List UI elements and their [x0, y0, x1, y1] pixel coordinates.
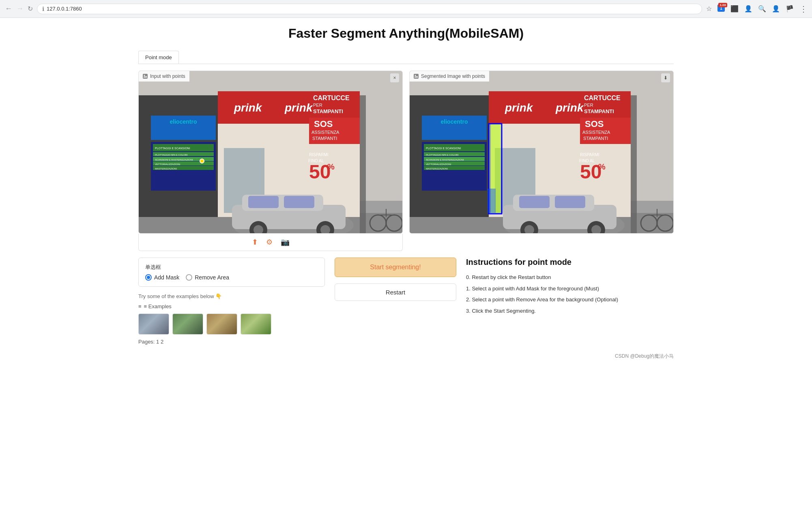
- instructions-panel: Instructions for point mode 0. Restart b…: [466, 258, 674, 318]
- example-thumb-3[interactable]: [206, 314, 237, 335]
- svg-text:SCANSIONI E RASTERIZZAZIONI: SCANSIONI E RASTERIZZAZIONI: [155, 159, 193, 161]
- svg-rect-2: [143, 74, 148, 79]
- svg-text:prink: prink: [284, 101, 313, 114]
- example-thumb-2[interactable]: [172, 314, 203, 335]
- segmented-image-panel: Segmented Image with points ⬇ eliocentro…: [409, 71, 674, 234]
- instructions-title: Instructions for point mode: [466, 258, 674, 267]
- svg-text:PER: PER: [584, 103, 593, 107]
- svg-rect-94: [555, 196, 585, 208]
- profile-icon[interactable]: 👤: [744, 5, 752, 13]
- settings-icon[interactable]: ⚙: [266, 238, 273, 247]
- svg-text:MASTERIZZAZIONI: MASTERIZZAZIONI: [426, 168, 448, 170]
- image-toolbar: ⬆ ⚙ 📷: [138, 234, 403, 251]
- instruction-1: 1. Select a point with Add Mask for the …: [466, 285, 674, 293]
- remove-area-option[interactable]: Remove Area: [186, 274, 229, 281]
- svg-text:MASTERIZZAZIONI: MASTERIZZAZIONI: [155, 168, 177, 170]
- input-image-panel: Input with points × eliocentro: [138, 71, 403, 234]
- svg-rect-51: [414, 74, 419, 79]
- svg-point-3: [144, 75, 145, 76]
- browser-toolbar: ☆ 1 1.00 ⬛ 👤 🔍 👤 🏴 ⋮: [706, 4, 807, 14]
- svg-text:RISPARMI: RISPARMI: [580, 152, 599, 157]
- examples-section: Try some of the examples below 👇 ≡ ≡ Exa…: [138, 293, 325, 345]
- svg-text:prink: prink: [555, 101, 584, 114]
- segmented-image: eliocentro PLOTTAGGI E SCANSIONI PLOTTAG…: [410, 71, 673, 233]
- menu-icon[interactable]: ⋮: [799, 4, 807, 14]
- tabs-bar: Point mode: [138, 51, 674, 64]
- svg-text:CARTUCCE: CARTUCCE: [313, 94, 350, 101]
- segment-buttons-panel: Start segmenting! Restart: [335, 258, 456, 301]
- info-icon: ℹ: [42, 6, 44, 12]
- input-panel-label: Input with points: [139, 71, 189, 82]
- footer-credit: CSDN @Debug的魔法小马: [138, 353, 674, 360]
- image-panels-row: Input with points × eliocentro: [138, 71, 674, 234]
- street-scene-svg: eliocentro PLOTTAGGI E SCANSIONI PLOTTAG…: [139, 71, 402, 233]
- example-thumb-4[interactable]: [241, 314, 271, 335]
- svg-text:eliocentro: eliocentro: [441, 118, 468, 125]
- svg-text:%: %: [327, 162, 335, 171]
- page-content: Faster Segment Anything(MobileSAM) Point…: [122, 18, 690, 376]
- svg-text:CARTUCCE: CARTUCCE: [584, 94, 621, 101]
- svg-rect-89: [489, 124, 491, 213]
- svg-text:PLOTTAGGIO B/N E COLORI: PLOTTAGGIO B/N E COLORI: [426, 154, 459, 156]
- thumb-image-4: [241, 314, 271, 334]
- examples-toggle[interactable]: ≡ ≡ Examples: [138, 303, 325, 309]
- camera-icon[interactable]: 📷: [281, 238, 290, 247]
- svg-text:SOS: SOS: [314, 119, 333, 129]
- image-icon: [143, 74, 148, 79]
- radio-options: Add Mask Remove Area: [145, 274, 318, 281]
- svg-text:PLOTTAGGI E SCANSIONI: PLOTTAGGI E SCANSIONI: [426, 147, 461, 150]
- input-image[interactable]: eliocentro PLOTTAGGI E SCANSIONI PLOTTAG…: [139, 71, 402, 233]
- segmented-scene-svg: eliocentro PLOTTAGGI E SCANSIONI PLOTTAG…: [410, 71, 673, 233]
- svg-rect-40: [248, 196, 279, 208]
- examples-try-label: Try some of the examples below 👇: [138, 293, 325, 299]
- start-segmenting-button[interactable]: Start segmenting!: [335, 258, 456, 277]
- svg-text:ASSISTENZA: ASSISTENZA: [311, 130, 339, 135]
- svg-text:PER: PER: [313, 103, 322, 107]
- example-thumb-1[interactable]: [138, 314, 169, 335]
- svg-text:%: %: [598, 162, 606, 171]
- extensions-icon[interactable]: ⬛: [730, 5, 739, 13]
- instruction-3: 3. Click the Start Segmenting.: [466, 307, 674, 315]
- radio-group-container: 单选框 Add Mask Remove Area: [138, 258, 325, 287]
- svg-text:prink: prink: [505, 101, 533, 114]
- remove-area-radio[interactable]: [186, 274, 192, 281]
- svg-text:PLOTTAGGI E SCANSIONI: PLOTTAGGI E SCANSIONI: [155, 147, 190, 150]
- page-title: Faster Segment Anything(MobileSAM): [138, 26, 674, 41]
- avatar-icon[interactable]: 👤: [772, 5, 780, 13]
- svg-text:STAMPANTI: STAMPANTI: [312, 136, 337, 141]
- extension-icon[interactable]: 1 1.00: [717, 4, 725, 13]
- add-mask-option[interactable]: Add Mask: [145, 274, 179, 281]
- add-mask-radio[interactable]: [145, 274, 152, 281]
- history-forward-icon[interactable]: →: [16, 4, 24, 13]
- svg-rect-93: [519, 196, 550, 208]
- segmented-image-icon: [414, 74, 419, 79]
- svg-rect-50: [360, 95, 366, 233]
- svg-text:eliocentro: eliocentro: [170, 118, 197, 125]
- controls-panel: 单选框 Add Mask Remove Area Try some of the…: [138, 258, 325, 345]
- svg-text:VETTORIALIZZAZIONI: VETTORIALIZZAZIONI: [426, 163, 451, 165]
- flag-icon[interactable]: 🏴: [786, 5, 794, 13]
- tab-point-mode[interactable]: Point mode: [138, 51, 179, 64]
- radio-group-legend: 单选框: [145, 264, 318, 271]
- search-icon[interactable]: 🔍: [758, 5, 766, 13]
- svg-point-52: [415, 75, 416, 76]
- url-text: 127.0.0.1:7860: [47, 6, 82, 12]
- instruction-2: 2. Select a point with Remove Area for t…: [466, 296, 674, 304]
- history-back-icon[interactable]: ←: [5, 4, 12, 13]
- svg-rect-103: [631, 95, 637, 233]
- bookmark-icon[interactable]: ☆: [706, 5, 712, 13]
- example-thumbnails: [138, 314, 325, 335]
- close-panel-button[interactable]: ×: [390, 73, 399, 82]
- svg-text:PLOTTAGGIO B/N E COLORI: PLOTTAGGIO B/N E COLORI: [155, 154, 188, 156]
- svg-text:SCANSIONI E RASTERIZZAZIONI: SCANSIONI E RASTERIZZAZIONI: [426, 159, 464, 161]
- segmented-panel-label: Segmented Image with points: [410, 71, 489, 82]
- svg-text:STAMPANTI: STAMPANTI: [584, 108, 614, 114]
- url-bar[interactable]: ℹ 127.0.0.1:7860: [37, 4, 702, 14]
- reload-icon[interactable]: ↻: [28, 5, 33, 13]
- pagination: Pages: 1 2: [138, 339, 325, 345]
- browser-chrome: ← → ↻ ℹ 127.0.0.1:7860 ☆ 1 1.00 ⬛ 👤 🔍 👤 …: [0, 0, 812, 18]
- upload-icon[interactable]: ⬆: [252, 238, 258, 247]
- svg-rect-41: [284, 196, 314, 208]
- download-button[interactable]: ⬇: [661, 73, 670, 82]
- restart-button[interactable]: Restart: [335, 283, 456, 301]
